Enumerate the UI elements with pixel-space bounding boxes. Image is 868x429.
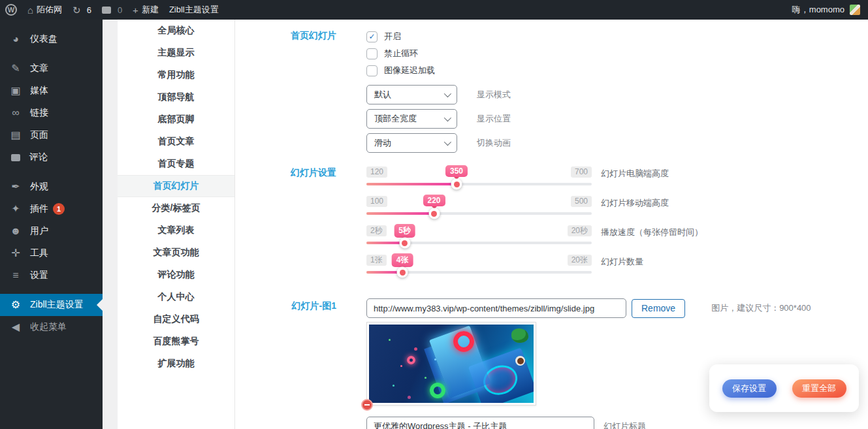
select-display-mode[interactable]: 默认 — [366, 85, 457, 104]
slider-fill — [366, 183, 457, 185]
slider-handle[interactable] — [451, 179, 462, 190]
comments-link[interactable]: 0 — [97, 0, 127, 20]
updates-link[interactable]: ↻ 6 — [67, 0, 97, 20]
select-label: 显示位置 — [477, 113, 511, 125]
theme-menu-item-11[interactable]: 评论功能 — [118, 264, 234, 286]
theme-menu-item-9[interactable]: 文章列表 — [118, 219, 234, 242]
sidebar-item-label: 页面 — [30, 129, 48, 141]
sidebar-item-media[interactable]: ▣媒体 — [0, 80, 103, 102]
pink-ring-glow — [407, 356, 415, 364]
section-home-slides: 首页幻灯片 ✓ 开启 ✓ 禁止循环 ✓ 图像延迟加载 — [235, 28, 868, 157]
slide-image-preview[interactable] — [366, 322, 536, 405]
checkbox-icon: ✓ — [366, 65, 378, 76]
theme-menu-item-2[interactable]: 常用功能 — [118, 64, 234, 86]
slider-fill — [366, 212, 434, 215]
theme-menu-item-7[interactable]: 首页幻灯片 — [118, 175, 234, 197]
new-content-menu[interactable]: + 新建 — [127, 0, 164, 20]
range-slider[interactable]: 2秒20秒5秒 — [366, 225, 592, 249]
theme-settings-label: Zibll主题设置 — [169, 4, 219, 16]
select-label: 切换动画 — [477, 137, 511, 149]
theme-settings-link[interactable]: Zibll主题设置 — [164, 0, 224, 20]
sidebar-item-label: 插件 — [30, 203, 48, 215]
theme-menu-item-14[interactable]: 百度熊掌号 — [118, 330, 234, 353]
select-value: 顶部全宽度 — [374, 113, 417, 125]
sidebar-item-posts[interactable]: ✎文章 — [0, 57, 103, 80]
sidebar-item-label: 仪表盘 — [30, 33, 57, 45]
slide-image — [369, 325, 534, 403]
slider-label: 幻灯片数量 — [601, 255, 643, 268]
slider-handle[interactable] — [397, 267, 408, 278]
select-value: 滑动 — [374, 137, 391, 149]
sidebar-item-pages[interactable]: ▤页面 — [0, 124, 103, 146]
range-slider[interactable]: 120700350 — [366, 167, 592, 190]
sidebar-item-label: 收起菜单 — [30, 321, 67, 333]
sidebar-item-label: 用户 — [30, 225, 48, 237]
slider-handle[interactable] — [399, 238, 410, 249]
theme-menu-item-4[interactable]: 底部页脚 — [118, 108, 234, 131]
collapse-icon: ◀ — [7, 322, 25, 332]
checkbox-lazyload[interactable]: ✓ 图像延迟加载 — [366, 62, 511, 79]
slide-title-input[interactable] — [366, 417, 594, 429]
slider-row-1: 100500220幻灯片移动端高度 — [366, 196, 703, 219]
theme-menu-item-0[interactable]: 全局核心 — [118, 20, 234, 42]
wp-logo-menu[interactable]: W — [0, 0, 22, 20]
theme-menu-item-5[interactable]: 首页文章 — [118, 131, 234, 153]
pages-icon: ▤ — [7, 130, 25, 140]
checkbox-enable[interactable]: ✓ 开启 — [366, 28, 511, 45]
sidebar-item-users[interactable]: ☻用户 — [0, 220, 103, 242]
section-label: 首页幻灯片 — [235, 28, 336, 42]
sidebar-item-plugins[interactable]: ✦插件1 — [0, 198, 103, 220]
range-slider[interactable]: 1张20张4张 — [366, 255, 592, 278]
remove-image-button[interactable]: Remove — [632, 299, 685, 318]
sidebar-item-settings[interactable]: ≡设置 — [0, 264, 103, 287]
save-settings-button[interactable]: 保存设置 — [722, 379, 777, 398]
slider-handle[interactable] — [428, 208, 440, 219]
chevron-down-icon — [444, 114, 451, 121]
theme-menu-item-8[interactable]: 分类/标签页 — [118, 197, 234, 219]
slider-row-2: 2秒20秒5秒播放速度（每张停留时间） — [366, 225, 703, 249]
save-actions-card: 保存设置 重置全部 — [709, 364, 859, 412]
slider-max: 500 — [571, 196, 592, 207]
home-icon: ⌂ — [27, 5, 33, 15]
image-url-input[interactable] — [366, 298, 626, 318]
checkbox-no-loop[interactable]: ✓ 禁止循环 — [366, 45, 511, 62]
sidebar-item-zibll[interactable]: ⚙Zibll主题设置 — [0, 294, 103, 316]
section-label: 幻灯片设置 — [235, 165, 336, 179]
chevron-down-icon — [444, 138, 451, 146]
slider-row-0: 120700350幻灯片电脑端高度 — [366, 167, 703, 190]
green-ring-glow — [430, 383, 445, 398]
theme-menu-item-13[interactable]: 自定义代码 — [118, 308, 234, 330]
checkbox-label: 禁止循环 — [384, 48, 418, 59]
select-display-position[interactable]: 顶部全宽度 — [366, 109, 457, 129]
theme-menu-item-1[interactable]: 主题显示 — [118, 42, 234, 64]
slider-track[interactable] — [366, 212, 592, 215]
sidebar-item-label: 工具 — [30, 247, 48, 259]
theme-menu-item-3[interactable]: 顶部导航 — [118, 86, 234, 108]
theme-menu-item-10[interactable]: 文章页功能 — [118, 242, 234, 264]
admin-bar: W ⌂ 陌佑网 ↻ 6 0 + 新建 Zibll主题设置 嗨，momomo — [0, 0, 868, 20]
account-menu[interactable]: 嗨，momomo — [792, 4, 868, 16]
range-slider[interactable]: 100500220 — [366, 196, 592, 219]
remove-slide-icon[interactable] — [361, 399, 373, 411]
sidebar-item-comments[interactable]: 评论 — [0, 146, 103, 168]
sidebar-item-collapse[interactable]: ◀收起菜单 — [0, 316, 103, 338]
theme-menu-item-12[interactable]: 个人中心 — [118, 286, 234, 308]
slider-value-bubble: 5秒 — [394, 224, 415, 238]
select-transition[interactable]: 滑动 — [366, 133, 457, 153]
glow-dots — [389, 339, 391, 341]
sidebar-item-dashboard[interactable]: ◕仪表盘 — [0, 28, 103, 50]
plugins-icon: ✦ — [7, 204, 25, 214]
slider-label: 幻灯片电脑端高度 — [601, 167, 669, 180]
slider-track[interactable] — [366, 183, 592, 185]
image-size-hint: 图片，建议尺寸：900*400 — [711, 302, 811, 314]
theme-menu-item-6[interactable]: 首页专题 — [118, 153, 234, 175]
site-link[interactable]: ⌂ 陌佑网 — [22, 0, 67, 20]
sidebar-item-links[interactable]: ∞链接 — [0, 102, 103, 124]
reset-all-button[interactable]: 重置全部 — [792, 379, 846, 398]
theme-menu-item-15[interactable]: 扩展功能 — [118, 353, 234, 375]
slider-min: 2秒 — [366, 225, 387, 236]
slider-min: 100 — [366, 196, 387, 207]
screen: W ⌂ 陌佑网 ↻ 6 0 + 新建 Zibll主题设置 嗨，momomo ◕仪… — [0, 0, 868, 429]
sidebar-item-tools[interactable]: ✛工具 — [0, 242, 103, 264]
sidebar-item-appearance[interactable]: ✒外观 — [0, 176, 103, 198]
